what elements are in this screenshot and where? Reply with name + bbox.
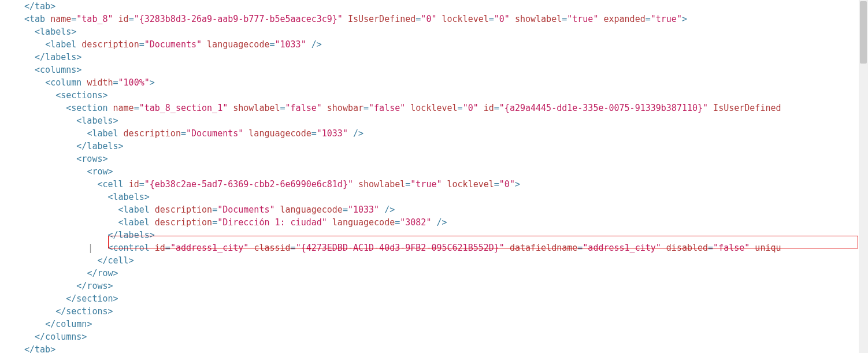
scrollbar-thumb[interactable] bbox=[860, 1, 867, 64]
code-line: <rows> bbox=[0, 153, 868, 165]
code-line: <labels> bbox=[0, 114, 868, 127]
text-cursor: | bbox=[88, 241, 93, 254]
code-line: </row> bbox=[0, 267, 868, 280]
code-line: </labels> bbox=[0, 51, 868, 64]
scrollbar-track[interactable] bbox=[859, 0, 868, 353]
code-line: </cell> bbox=[0, 254, 868, 267]
code-line: <label description="Documents" languagec… bbox=[0, 127, 868, 140]
code-line: <tab name="tab_8" id="{3283b8d3-26a9-aab… bbox=[0, 13, 868, 25]
code-line: <columns> bbox=[0, 64, 868, 76]
code-line: <row> bbox=[0, 165, 868, 178]
code-line: <label description="Documents" languagec… bbox=[0, 203, 868, 216]
code-line: <control id="address1_city" classid="{42… bbox=[0, 241, 868, 254]
code-line: </tab> bbox=[0, 0, 868, 13]
code-line: </section> bbox=[0, 292, 868, 305]
code-line: </column> bbox=[0, 318, 868, 330]
code-line: <label description="Dirección 1: ciudad"… bbox=[0, 216, 868, 229]
code-line: </labels> bbox=[0, 140, 868, 153]
code-line: <column width="100%"> bbox=[0, 76, 868, 89]
code-line: <label description="Documents" languagec… bbox=[0, 38, 868, 51]
code-line: </labels> bbox=[0, 229, 868, 241]
code-block: </tab><tab name="tab_8" id="{3283b8d3-26… bbox=[0, 0, 868, 353]
code-line: </rows> bbox=[0, 280, 868, 292]
code-line: </tab> bbox=[0, 343, 868, 353]
code-line: <cell id="{eb38c2ae-5ad7-6369-cbb2-6e699… bbox=[0, 178, 868, 191]
code-line: <labels> bbox=[0, 191, 868, 203]
code-line: <sections> bbox=[0, 89, 868, 102]
code-line: <section name="tab_8_section_1" showlabe… bbox=[0, 102, 868, 114]
code-line: <labels> bbox=[0, 25, 868, 38]
code-line: </columns> bbox=[0, 330, 868, 343]
code-line: </sections> bbox=[0, 305, 868, 318]
